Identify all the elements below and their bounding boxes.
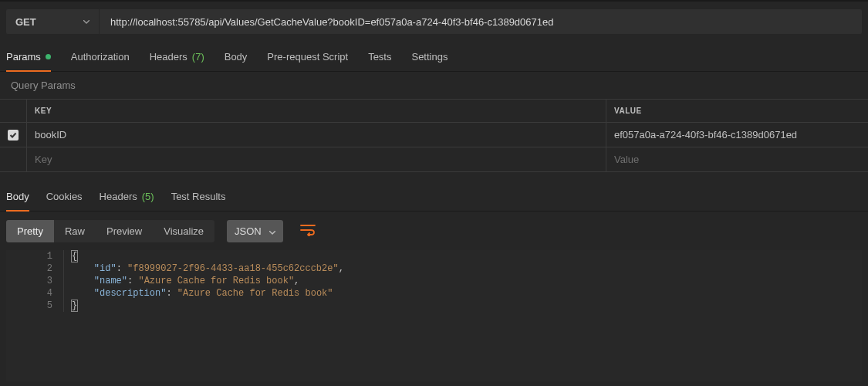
response-body-toolbar: Pretty Raw Preview Visualize JSON [0, 212, 868, 250]
table-row: Key Value [0, 147, 868, 172]
http-method-label: GET [15, 16, 36, 28]
view-pretty[interactable]: Pretty [6, 220, 54, 242]
view-visualize[interactable]: Visualize [153, 220, 214, 242]
tab-prerequest[interactable]: Pre-request Script [267, 42, 348, 71]
request-tabs: Params Authorization Headers (7) Body Pr… [0, 42, 868, 72]
query-params-label: Query Params [0, 72, 868, 99]
tab-authorization[interactable]: Authorization [71, 42, 130, 71]
tab-params[interactable]: Params [6, 42, 51, 71]
tab-settings[interactable]: Settings [411, 42, 448, 71]
response-tabs: Body Cookies Headers (5) Test Results [0, 181, 868, 212]
tab-headers[interactable]: Headers (7) [150, 42, 204, 71]
http-method-select[interactable]: GET [6, 9, 99, 34]
resp-tab-testresults[interactable]: Test Results [171, 181, 226, 211]
url-text: http://localhost:55785/api/Values/GetCac… [110, 16, 553, 28]
tab-body[interactable]: Body [225, 42, 248, 71]
param-value-input[interactable]: ef057a0a-a724-40f3-bf46-c1389d0671ed [606, 123, 868, 147]
view-preview[interactable]: Preview [96, 220, 153, 242]
header-value: VALUE [606, 100, 868, 123]
row-checkbox-cell[interactable] [0, 147, 27, 172]
chevron-down-icon [269, 225, 275, 237]
header-key: KEY [27, 100, 606, 123]
query-params-table: KEY VALUE bookID ef057a0a-a724-40f3-bf46… [0, 99, 868, 172]
view-raw[interactable]: Raw [54, 220, 96, 242]
response-body-editor[interactable]: 1{ 2 "id": "f8999027-2f96-4433-aa18-455c… [6, 250, 862, 381]
resp-headers-count: (5) [142, 191, 154, 202]
resp-tab-cookies[interactable]: Cookies [46, 181, 83, 211]
param-key-input[interactable]: Key [27, 147, 606, 172]
url-input[interactable]: http://localhost:55785/api/Values/GetCac… [100, 9, 862, 34]
header-check-cell [0, 100, 27, 123]
wrap-lines-button[interactable] [296, 219, 320, 242]
table-row: bookID ef057a0a-a724-40f3-bf46-c1389d067… [0, 123, 868, 147]
language-select[interactable]: JSON [227, 220, 283, 242]
row-checkbox-cell[interactable] [0, 123, 27, 147]
resp-tab-body[interactable]: Body [6, 181, 29, 211]
param-value-input[interactable]: Value [606, 147, 868, 172]
param-key-input[interactable]: bookID [27, 123, 606, 147]
chevron-down-icon [83, 20, 90, 24]
wrap-icon [300, 224, 316, 239]
view-mode-group: Pretty Raw Preview Visualize [6, 220, 214, 242]
resp-tab-headers[interactable]: Headers (5) [100, 181, 154, 211]
status-dot-icon [46, 54, 51, 59]
checkbox-icon [8, 130, 19, 141]
tab-tests[interactable]: Tests [368, 42, 391, 71]
headers-count: (7) [192, 51, 204, 63]
